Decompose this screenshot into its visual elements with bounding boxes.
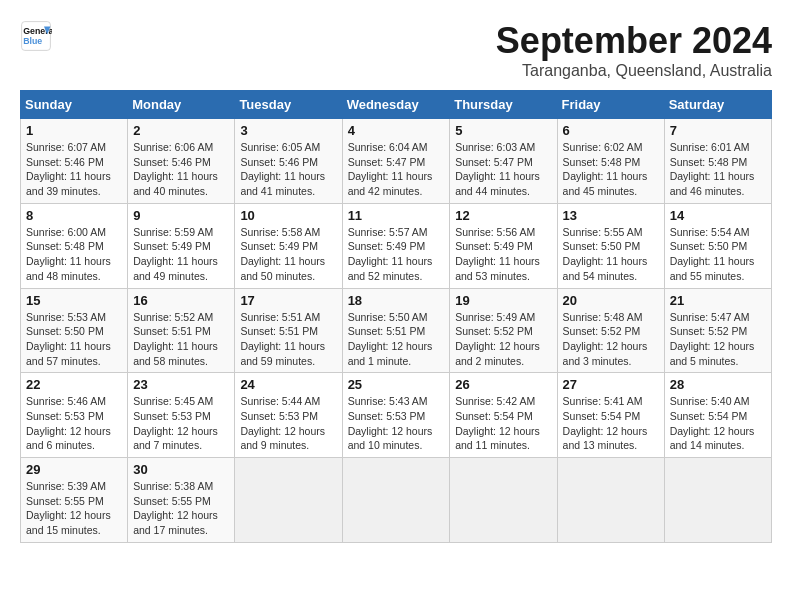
day-info: Sunrise: 5:50 AMSunset: 5:51 PMDaylight:… [348, 310, 445, 369]
calendar-cell: 3Sunrise: 6:05 AMSunset: 5:46 PMDaylight… [235, 119, 342, 204]
day-number: 11 [348, 208, 445, 223]
day-number: 14 [670, 208, 766, 223]
calendar-cell: 17Sunrise: 5:51 AMSunset: 5:51 PMDayligh… [235, 288, 342, 373]
day-number: 1 [26, 123, 122, 138]
day-info: Sunrise: 5:54 AMSunset: 5:50 PMDaylight:… [670, 225, 766, 284]
day-info: Sunrise: 6:05 AMSunset: 5:46 PMDaylight:… [240, 140, 336, 199]
weekday-header-friday: Friday [557, 91, 664, 119]
day-info: Sunrise: 5:58 AMSunset: 5:49 PMDaylight:… [240, 225, 336, 284]
day-info: Sunrise: 5:42 AMSunset: 5:54 PMDaylight:… [455, 394, 551, 453]
day-number: 25 [348, 377, 445, 392]
logo-icon: General Blue [20, 20, 52, 52]
day-info: Sunrise: 6:01 AMSunset: 5:48 PMDaylight:… [670, 140, 766, 199]
calendar-cell: 19Sunrise: 5:49 AMSunset: 5:52 PMDayligh… [450, 288, 557, 373]
day-number: 26 [455, 377, 551, 392]
calendar-cell: 8Sunrise: 6:00 AMSunset: 5:48 PMDaylight… [21, 203, 128, 288]
day-number: 12 [455, 208, 551, 223]
weekday-header-wednesday: Wednesday [342, 91, 450, 119]
day-info: Sunrise: 6:03 AMSunset: 5:47 PMDaylight:… [455, 140, 551, 199]
calendar-cell [235, 458, 342, 543]
calendar-cell: 24Sunrise: 5:44 AMSunset: 5:53 PMDayligh… [235, 373, 342, 458]
weekday-header-tuesday: Tuesday [235, 91, 342, 119]
day-info: Sunrise: 5:59 AMSunset: 5:49 PMDaylight:… [133, 225, 229, 284]
calendar-cell: 5Sunrise: 6:03 AMSunset: 5:47 PMDaylight… [450, 119, 557, 204]
calendar-cell [342, 458, 450, 543]
calendar-cell: 2Sunrise: 6:06 AMSunset: 5:46 PMDaylight… [128, 119, 235, 204]
day-info: Sunrise: 6:04 AMSunset: 5:47 PMDaylight:… [348, 140, 445, 199]
calendar-cell [450, 458, 557, 543]
logo: General Blue [20, 20, 52, 52]
day-number: 24 [240, 377, 336, 392]
calendar-cell: 29Sunrise: 5:39 AMSunset: 5:55 PMDayligh… [21, 458, 128, 543]
calendar-cell: 4Sunrise: 6:04 AMSunset: 5:47 PMDaylight… [342, 119, 450, 204]
title-area: September 2024 Taranganba, Queensland, A… [496, 20, 772, 80]
day-number: 4 [348, 123, 445, 138]
calendar-week-5: 29Sunrise: 5:39 AMSunset: 5:55 PMDayligh… [21, 458, 772, 543]
calendar-body: 1Sunrise: 6:07 AMSunset: 5:46 PMDaylight… [21, 119, 772, 543]
day-info: Sunrise: 5:43 AMSunset: 5:53 PMDaylight:… [348, 394, 445, 453]
day-info: Sunrise: 5:46 AMSunset: 5:53 PMDaylight:… [26, 394, 122, 453]
day-number: 5 [455, 123, 551, 138]
calendar-cell: 7Sunrise: 6:01 AMSunset: 5:48 PMDaylight… [664, 119, 771, 204]
calendar-week-1: 1Sunrise: 6:07 AMSunset: 5:46 PMDaylight… [21, 119, 772, 204]
calendar-week-4: 22Sunrise: 5:46 AMSunset: 5:53 PMDayligh… [21, 373, 772, 458]
calendar-cell: 30Sunrise: 5:38 AMSunset: 5:55 PMDayligh… [128, 458, 235, 543]
day-number: 10 [240, 208, 336, 223]
weekday-header-monday: Monday [128, 91, 235, 119]
day-info: Sunrise: 5:48 AMSunset: 5:52 PMDaylight:… [563, 310, 659, 369]
day-info: Sunrise: 5:44 AMSunset: 5:53 PMDaylight:… [240, 394, 336, 453]
calendar-cell: 25Sunrise: 5:43 AMSunset: 5:53 PMDayligh… [342, 373, 450, 458]
day-number: 16 [133, 293, 229, 308]
day-number: 19 [455, 293, 551, 308]
day-number: 22 [26, 377, 122, 392]
calendar-cell: 6Sunrise: 6:02 AMSunset: 5:48 PMDaylight… [557, 119, 664, 204]
day-info: Sunrise: 5:57 AMSunset: 5:49 PMDaylight:… [348, 225, 445, 284]
calendar-cell: 26Sunrise: 5:42 AMSunset: 5:54 PMDayligh… [450, 373, 557, 458]
calendar-cell: 1Sunrise: 6:07 AMSunset: 5:46 PMDaylight… [21, 119, 128, 204]
calendar-cell: 23Sunrise: 5:45 AMSunset: 5:53 PMDayligh… [128, 373, 235, 458]
calendar-cell: 16Sunrise: 5:52 AMSunset: 5:51 PMDayligh… [128, 288, 235, 373]
calendar-cell: 18Sunrise: 5:50 AMSunset: 5:51 PMDayligh… [342, 288, 450, 373]
day-number: 13 [563, 208, 659, 223]
day-info: Sunrise: 5:47 AMSunset: 5:52 PMDaylight:… [670, 310, 766, 369]
calendar-cell: 27Sunrise: 5:41 AMSunset: 5:54 PMDayligh… [557, 373, 664, 458]
calendar-cell: 12Sunrise: 5:56 AMSunset: 5:49 PMDayligh… [450, 203, 557, 288]
day-number: 20 [563, 293, 659, 308]
day-info: Sunrise: 5:41 AMSunset: 5:54 PMDaylight:… [563, 394, 659, 453]
day-number: 7 [670, 123, 766, 138]
day-info: Sunrise: 5:56 AMSunset: 5:49 PMDaylight:… [455, 225, 551, 284]
calendar-cell: 14Sunrise: 5:54 AMSunset: 5:50 PMDayligh… [664, 203, 771, 288]
calendar-cell [664, 458, 771, 543]
day-info: Sunrise: 5:45 AMSunset: 5:53 PMDaylight:… [133, 394, 229, 453]
weekday-header-saturday: Saturday [664, 91, 771, 119]
calendar-week-3: 15Sunrise: 5:53 AMSunset: 5:50 PMDayligh… [21, 288, 772, 373]
day-number: 23 [133, 377, 229, 392]
day-info: Sunrise: 5:52 AMSunset: 5:51 PMDaylight:… [133, 310, 229, 369]
day-number: 29 [26, 462, 122, 477]
day-number: 30 [133, 462, 229, 477]
day-info: Sunrise: 6:00 AMSunset: 5:48 PMDaylight:… [26, 225, 122, 284]
day-info: Sunrise: 6:06 AMSunset: 5:46 PMDaylight:… [133, 140, 229, 199]
page-header: General Blue September 2024 Taranganba, … [20, 20, 772, 80]
location-title: Taranganba, Queensland, Australia [496, 62, 772, 80]
calendar-table: SundayMondayTuesdayWednesdayThursdayFrid… [20, 90, 772, 543]
day-info: Sunrise: 5:38 AMSunset: 5:55 PMDaylight:… [133, 479, 229, 538]
day-number: 3 [240, 123, 336, 138]
calendar-week-2: 8Sunrise: 6:00 AMSunset: 5:48 PMDaylight… [21, 203, 772, 288]
calendar-cell [557, 458, 664, 543]
calendar-cell: 15Sunrise: 5:53 AMSunset: 5:50 PMDayligh… [21, 288, 128, 373]
calendar-cell: 22Sunrise: 5:46 AMSunset: 5:53 PMDayligh… [21, 373, 128, 458]
calendar-cell: 28Sunrise: 5:40 AMSunset: 5:54 PMDayligh… [664, 373, 771, 458]
day-number: 18 [348, 293, 445, 308]
day-info: Sunrise: 5:40 AMSunset: 5:54 PMDaylight:… [670, 394, 766, 453]
day-number: 21 [670, 293, 766, 308]
month-title: September 2024 [496, 20, 772, 62]
day-number: 2 [133, 123, 229, 138]
day-info: Sunrise: 6:02 AMSunset: 5:48 PMDaylight:… [563, 140, 659, 199]
weekday-header-thursday: Thursday [450, 91, 557, 119]
day-info: Sunrise: 5:53 AMSunset: 5:50 PMDaylight:… [26, 310, 122, 369]
day-number: 17 [240, 293, 336, 308]
weekday-header-sunday: Sunday [21, 91, 128, 119]
calendar-cell: 20Sunrise: 5:48 AMSunset: 5:52 PMDayligh… [557, 288, 664, 373]
day-number: 6 [563, 123, 659, 138]
